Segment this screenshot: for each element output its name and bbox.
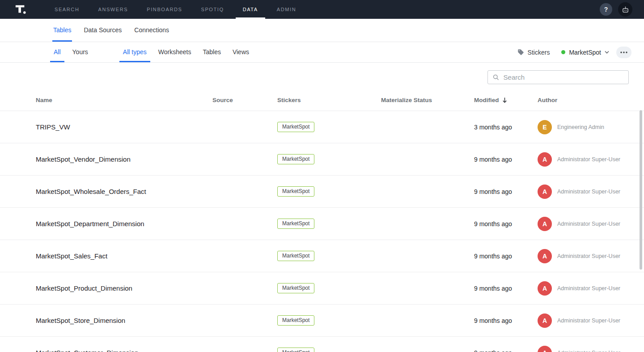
- nav-pinboards[interactable]: PINBOARDS: [140, 0, 189, 19]
- more-actions-button[interactable]: [616, 47, 631, 58]
- table-item-stickers: MarketSpot: [277, 348, 381, 352]
- sticker-badge[interactable]: MarketSpot: [277, 186, 314, 197]
- nav-data[interactable]: DATA: [236, 0, 265, 19]
- table-row[interactable]: MarketSpot_Vendor_Dimension MarketSpot 9…: [0, 143, 644, 176]
- table-item-modified: 3 months ago: [474, 124, 538, 131]
- table-item-stickers: MarketSpot: [277, 315, 381, 326]
- table-item-name[interactable]: MarketSpot_Customer_Dimension: [36, 349, 212, 352]
- nav-spotiq[interactable]: SPOTIQ: [194, 0, 231, 19]
- tab-connections[interactable]: Connections: [133, 19, 170, 42]
- author-name: Administrator Super-User: [557, 156, 620, 163]
- author-name: Administrator Super-User: [557, 189, 620, 195]
- nav-answers[interactable]: ANSWERS: [91, 0, 135, 19]
- table-item-name[interactable]: MarketSpot_Vendor_Dimension: [36, 155, 212, 163]
- table-item-modified: 9 months ago: [474, 285, 538, 292]
- ellipsis-icon: [620, 52, 627, 53]
- table-item-stickers: MarketSpot: [277, 122, 381, 132]
- sticker-filter-dropdown[interactable]: MarketSpot: [561, 49, 609, 56]
- table-item-name[interactable]: MarketSpot_Store_Dimension: [36, 317, 212, 324]
- sticker-badge[interactable]: MarketSpot: [277, 219, 314, 229]
- author-name: Administrator Super-User: [557, 318, 620, 324]
- table-item-author: A Administrator Super-User: [538, 249, 628, 263]
- table-row[interactable]: MarketSpot_Sales_Fact MarketSpot 9 month…: [0, 240, 644, 272]
- tables-list-content: Name Source Stickers Materialize Status …: [0, 63, 644, 352]
- primary-nav: SEARCH ANSWERS PINBOARDS SPOTIQ DATA ADM…: [47, 0, 308, 19]
- filter-views[interactable]: Views: [229, 42, 253, 62]
- selected-sticker-label: MarketSpot: [569, 49, 601, 56]
- table-item-modified: 9 months ago: [474, 220, 538, 228]
- sticker-badge[interactable]: MarketSpot: [277, 251, 314, 261]
- search-box: [487, 70, 629, 84]
- stickers-button[interactable]: Stickers: [517, 49, 550, 56]
- thoughtspot-logo-icon: [15, 4, 26, 15]
- sticker-badge[interactable]: MarketSpot: [277, 154, 314, 164]
- table-row[interactable]: MarketSpot_Wholesale_Orders_Fact MarketS…: [0, 176, 644, 208]
- table-body: TRIPS_VW MarketSpot 3 months ago E Engin…: [0, 111, 644, 352]
- sticker-badge[interactable]: MarketSpot: [277, 348, 314, 352]
- column-header-modified[interactable]: Modified: [474, 97, 538, 103]
- author-avatar: A: [538, 281, 552, 296]
- nav-admin[interactable]: ADMIN: [270, 0, 303, 19]
- table-item-name[interactable]: MarketSpot_Sales_Fact: [36, 252, 212, 260]
- table-item-modified: 9 months ago: [474, 349, 538, 352]
- table-item-stickers: MarketSpot: [277, 219, 381, 229]
- author-avatar: A: [538, 313, 552, 328]
- sort-descending-icon: [502, 97, 507, 103]
- table-item-modified: 9 months ago: [474, 317, 538, 324]
- table-item-author: A Administrator Super-User: [538, 152, 628, 167]
- column-header-author[interactable]: Author: [538, 97, 628, 103]
- author-avatar: A: [538, 346, 552, 352]
- tab-tables[interactable]: Tables: [52, 19, 72, 42]
- author-avatar: A: [538, 217, 552, 231]
- sticker-badge[interactable]: MarketSpot: [277, 315, 314, 326]
- table-item-modified: 9 months ago: [474, 188, 538, 195]
- tab-data-sources[interactable]: Data Sources: [83, 19, 123, 42]
- help-button[interactable]: ?: [600, 3, 612, 16]
- table-item-name[interactable]: TRIPS_VW: [36, 123, 212, 131]
- vertical-scrollbar[interactable]: [640, 110, 642, 270]
- table-item-name[interactable]: MarketSpot_Department_Dimension: [36, 220, 212, 228]
- column-header-source[interactable]: Source: [212, 97, 277, 103]
- table-row[interactable]: MarketSpot_Product_Dimension MarketSpot …: [0, 272, 644, 305]
- table-row[interactable]: TRIPS_VW MarketSpot 3 months ago E Engin…: [0, 111, 644, 143]
- column-header-materialize-status[interactable]: Materialize Status: [381, 97, 474, 103]
- filter-all[interactable]: All: [50, 42, 64, 62]
- table-item-name[interactable]: MarketSpot_Product_Dimension: [36, 284, 212, 292]
- sticker-badge[interactable]: MarketSpot: [277, 283, 314, 293]
- table-item-stickers: MarketSpot: [277, 154, 381, 164]
- search-icon: [492, 73, 500, 81]
- filter-worksheets[interactable]: Worksheets: [155, 42, 195, 62]
- top-navigation: SEARCH ANSWERS PINBOARDS SPOTIQ DATA ADM…: [0, 0, 644, 19]
- stickers-label: Stickers: [528, 49, 550, 56]
- table-item-author: A Administrator Super-User: [538, 281, 628, 296]
- table-item-author: A Administrator Super-User: [538, 346, 628, 352]
- type-filter-group: All types Worksheets Tables Views: [119, 42, 257, 62]
- column-header-name[interactable]: Name: [36, 97, 212, 103]
- filter-all-types[interactable]: All types: [119, 42, 150, 62]
- thoughtspot-logo[interactable]: [14, 3, 27, 16]
- table-item-modified: 9 months ago: [474, 156, 538, 163]
- data-section-tabs: Tables Data Sources Connections: [0, 19, 644, 42]
- author-avatar: E: [538, 120, 552, 134]
- column-header-stickers[interactable]: Stickers: [277, 97, 381, 103]
- table-row[interactable]: MarketSpot_Store_Dimension MarketSpot 9 …: [0, 305, 644, 337]
- nav-search[interactable]: SEARCH: [47, 0, 86, 19]
- filter-tables[interactable]: Tables: [199, 42, 224, 62]
- table-item-stickers: MarketSpot: [277, 251, 381, 261]
- sticker-badge[interactable]: MarketSpot: [277, 122, 314, 132]
- table-item-author: A Administrator Super-User: [538, 185, 628, 199]
- filter-yours[interactable]: Yours: [69, 42, 92, 62]
- user-avatar[interactable]: [618, 2, 632, 17]
- table-row[interactable]: MarketSpot_Customer_Dimension MarketSpot…: [0, 337, 644, 352]
- table-item-stickers: MarketSpot: [277, 283, 381, 293]
- filter-bar: All Yours All types Worksheets Tables Vi…: [0, 42, 644, 63]
- topnav-actions: ?: [600, 2, 632, 17]
- table-item-name[interactable]: MarketSpot_Wholesale_Orders_Fact: [36, 188, 212, 195]
- author-avatar: A: [538, 185, 552, 199]
- table-row[interactable]: MarketSpot_Department_Dimension MarketSp…: [0, 208, 644, 240]
- search-input[interactable]: [504, 73, 624, 81]
- author-name: Administrator Super-User: [557, 350, 620, 352]
- author-name: Engineering Admin: [557, 124, 604, 130]
- author-name: Administrator Super-User: [557, 253, 620, 259]
- table-item-author: A Administrator Super-User: [538, 217, 628, 231]
